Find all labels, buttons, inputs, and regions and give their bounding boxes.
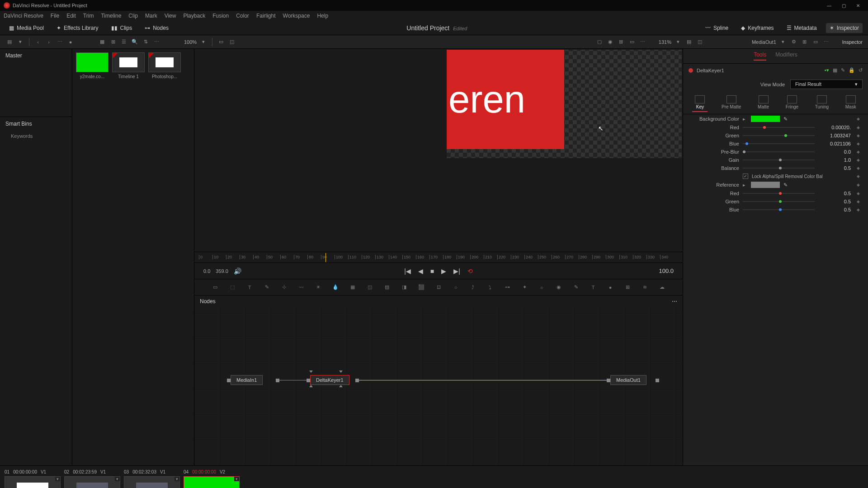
thumb-y2mate.co...[interactable] (76, 52, 108, 72)
fusion-tool-13[interactable]: ⊡ (434, 283, 443, 292)
menu-clip[interactable]: Clip (128, 13, 138, 19)
fusion-tool-14[interactable]: ○ (451, 283, 460, 292)
inspector-tab[interactable]: ✶Inspector (826, 23, 863, 33)
fusion-tool-19[interactable]: ⟐ (537, 283, 546, 292)
view4-icon[interactable]: ▭ (628, 38, 636, 46)
keyframe-diamond[interactable]: ◆ (854, 207, 862, 212)
keyframes-tab[interactable]: ◆Keyframes (737, 23, 777, 33)
keytab-tuning[interactable]: Tuning (812, 94, 831, 112)
zoom-left-value[interactable]: 100% (184, 39, 197, 45)
prop-value-Blue[interactable]: 0.5 (818, 207, 851, 212)
circle-icon[interactable]: ● (66, 38, 75, 46)
keyframe-diamond[interactable]: ◆ (854, 141, 862, 146)
zoom-right-value[interactable]: 131% (659, 39, 671, 45)
prop-value-Green[interactable]: 0.5 (818, 199, 851, 204)
fusion-tool-15[interactable]: ⤴ (468, 283, 477, 292)
prop-value-Blue[interactable]: 0.021106 (818, 141, 851, 146)
keyframe-diamond[interactable]: ◆ (854, 158, 862, 162)
modifiers-tab[interactable]: Modifiers (775, 52, 797, 61)
insp-ico2[interactable]: ✎ (841, 67, 845, 73)
viewer-canvas[interactable]: eren (447, 50, 682, 158)
prop-slider-Pre-Blur[interactable] (743, 151, 815, 152)
metadata-tab[interactable]: ☰Metadata (783, 23, 821, 33)
mo-dd-icon[interactable]: ▾ (779, 38, 787, 46)
list-view-icon[interactable]: ▤ (5, 38, 14, 46)
menu-file[interactable]: File (51, 13, 59, 19)
view-mode-dropdown[interactable]: Final Result▾ (790, 80, 863, 89)
keywords-item[interactable]: Keywords (0, 131, 72, 141)
node-enabled-icon[interactable] (689, 68, 693, 73)
skip-start-icon[interactable]: |◀ (404, 267, 411, 275)
list-icon[interactable]: ☰ (120, 38, 128, 46)
zoom-dd-icon[interactable]: ▾ (199, 38, 208, 46)
fusion-tool-16[interactable]: ⤵ (486, 283, 495, 292)
menu-edit[interactable]: Edit (66, 13, 76, 19)
more3-icon[interactable]: ⋯ (639, 38, 647, 46)
fusion-tool-10[interactable]: ▨ (382, 283, 392, 292)
fusion-tool-11[interactable]: ◨ (400, 283, 409, 292)
prop-value-Pre-Blur[interactable]: 0.0 (818, 149, 851, 155)
node-port-in[interactable] (307, 379, 310, 382)
grid-large-icon[interactable]: ⊞ (109, 38, 117, 46)
keytab-key[interactable]: Key (692, 94, 708, 112)
fusion-tool-17[interactable]: ⊶ (503, 283, 512, 292)
prop-slider-Green[interactable] (743, 201, 815, 202)
prop-value-Red[interactable]: 0.5 (818, 191, 851, 196)
fusion-tool-4[interactable]: ⊹ (279, 283, 288, 292)
menu-timeline[interactable]: Timeline (101, 13, 121, 19)
grid2-icon[interactable]: ⊞ (801, 38, 809, 46)
keyframe-diamond[interactable]: ◆ (854, 166, 862, 170)
insp-ico4[interactable]: ↺ (859, 67, 863, 73)
nav-fwd-icon[interactable]: › (45, 38, 53, 46)
keyframe-diamond[interactable]: ◆ (854, 150, 862, 154)
keytab-matte[interactable]: Matte (755, 94, 772, 112)
node-deltakeyer1[interactable]: DeltaKeyer1 (310, 375, 349, 385)
node-port-in[interactable] (227, 379, 231, 382)
skip-end-icon[interactable]: ▶| (453, 267, 460, 275)
prop-slider-Gain[interactable] (743, 160, 815, 160)
fusion-tool-24[interactable]: ⊞ (623, 283, 632, 292)
lock-checkbox[interactable]: ✓ (743, 174, 748, 179)
eyedropper-icon[interactable]: ✎ (783, 116, 788, 122)
menu-playback[interactable]: Playback (183, 13, 205, 19)
view6-icon[interactable]: ◫ (696, 38, 704, 46)
view1-icon[interactable]: ▢ (595, 38, 604, 46)
fusion-tool-7[interactable]: 💧 (331, 283, 340, 292)
more4-icon[interactable]: ⋯ (822, 38, 830, 46)
clips-tab[interactable]: ▮▮Clips (108, 23, 136, 33)
thumb-Photoshop...[interactable] (148, 52, 181, 72)
fit-icon[interactable]: ▭ (217, 38, 225, 46)
prop-slider-Red[interactable] (743, 127, 815, 128)
fusion-tool-18[interactable]: ✦ (520, 283, 529, 292)
insp-ico3[interactable]: 🔒 (849, 67, 855, 73)
menu-fairlight[interactable]: Fairlight (256, 13, 276, 19)
prop-slider-Blue[interactable] (743, 143, 815, 144)
menu-trim[interactable]: Trim (83, 13, 94, 19)
clip-caret-icon[interactable]: ▾ (55, 477, 60, 481)
expand-icon[interactable]: ▸ (743, 182, 747, 188)
close-button[interactable]: ✕ (852, 1, 864, 10)
maximize-button[interactable]: ▢ (837, 1, 850, 10)
spline-tab[interactable]: 〰Spline (702, 23, 732, 33)
keyframe-diamond[interactable]: ◆ (854, 191, 862, 196)
fusion-tool-20[interactable]: ◉ (554, 283, 563, 292)
fusion-tool-1[interactable]: ⬚ (228, 283, 237, 292)
mute-icon[interactable]: 🔊 (234, 267, 241, 275)
fusion-tool-0[interactable]: ▭ (211, 283, 220, 292)
keyframe-diamond[interactable]: ◆ (854, 174, 862, 178)
bg-color-swatch[interactable] (751, 116, 780, 122)
dropdown-icon[interactable]: ▾ (16, 38, 24, 46)
more2-icon[interactable]: ⋯ (152, 38, 160, 46)
keyframe-diamond[interactable]: ◆ (854, 183, 862, 187)
node-port-out[interactable] (656, 379, 659, 382)
node-mediain1[interactable]: MediaIn1 (231, 375, 263, 385)
menu-davinci-resolve[interactable]: DaVinci Resolve (4, 13, 43, 19)
expand-icon[interactable]: ▸ (743, 116, 747, 122)
menu-fusion[interactable]: Fusion (212, 13, 229, 19)
insp-ico1[interactable]: ▦ (833, 67, 837, 73)
keyframe-diamond[interactable]: ◆ (854, 117, 862, 121)
effects-library-tab[interactable]: ✦Effects Library (53, 23, 102, 33)
minimize-button[interactable]: — (823, 1, 835, 10)
menu-color[interactable]: Color (236, 13, 249, 19)
view3-icon[interactable]: ⊞ (617, 38, 625, 46)
